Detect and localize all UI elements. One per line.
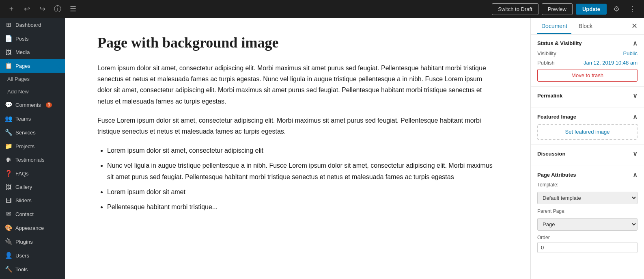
featured-image-header[interactable]: Featured Image ∧ (537, 113, 638, 121)
order-label: Order (537, 235, 638, 240)
list-item[interactable]: Pellentesque habitant morbi tristique... (107, 201, 498, 212)
sidebar-item-tools[interactable]: 🔨 Tools (0, 262, 65, 276)
page-attributes-header[interactable]: Page Attributes ∧ (537, 171, 638, 179)
permalink-section: Permalink ∨ (531, 87, 644, 108)
sidebar-label-services: Services (15, 130, 36, 136)
sidebar-item-projects[interactable]: 📁 Projects (0, 139, 65, 153)
sidebar-item-dashboard[interactable]: ⊞ Dashboard (0, 18, 65, 32)
discussion-header[interactable]: Discussion ∨ (537, 150, 638, 158)
panel-tabs: Document Block ✕ (531, 18, 644, 35)
page-attributes-chevron: ∧ (633, 171, 638, 179)
sidebar: ⊞ Dashboard 📄 Posts 🖼 Media 📋 Pages ◀ Al… (0, 18, 65, 279)
sidebar-item-contact[interactable]: ✉ Contact (0, 207, 65, 221)
sidebar-label-posts: Posts (15, 36, 29, 42)
sidebar-item-sliders[interactable]: 🎞 Sliders (0, 194, 65, 207)
sidebar-item-gallery[interactable]: 🖼 Gallery (0, 180, 65, 194)
paragraph-1[interactable]: Lorem ipsum dolor sit amet, consectetur … (97, 63, 498, 107)
move-to-trash-button[interactable]: Move to trash (537, 69, 638, 82)
paragraph-2[interactable]: Fusce Lorem ipsum dolor sit amet, consec… (97, 115, 498, 137)
sidebar-label-testimonials: Testimonials (15, 157, 45, 163)
template-label: Template: (537, 182, 638, 188)
more-options-button[interactable]: ⋮ (626, 2, 639, 15)
visibility-value[interactable]: Public (623, 50, 638, 56)
pages-arrow: ◀ (56, 63, 60, 69)
sidebar-label-media: Media (15, 49, 30, 55)
order-field: Order (537, 235, 638, 253)
toolbar-right: Switch to Draft Preview Update ⚙ ⋮ (492, 2, 639, 15)
list-view-button[interactable]: ☰ (67, 2, 80, 15)
sidebar-item-all-pages[interactable]: All Pages (0, 73, 65, 85)
sidebar-item-testimonials[interactable]: 🗣 Testimonials (0, 153, 65, 167)
publish-label: Publish (537, 60, 555, 66)
switch-draft-button[interactable]: Switch to Draft (492, 3, 538, 15)
page-title[interactable]: Page with background image (97, 34, 498, 51)
content-list: Lorem ipsum dolor sit amet, consectetur … (97, 145, 498, 212)
page-attributes-label: Page Attributes (537, 172, 576, 178)
sidebar-label-dashboard: Dashboard (15, 22, 41, 28)
sidebar-item-appearance[interactable]: 🎨 Appearance (0, 221, 65, 235)
main-layout: ⊞ Dashboard 📄 Posts 🖼 Media 📋 Pages ◀ Al… (0, 18, 644, 279)
list-item[interactable]: Lorem ipsum dolor sit amet (107, 186, 498, 197)
sidebar-item-settings[interactable]: ⚙ Settings (0, 276, 65, 279)
discussion-label: Discussion (537, 151, 565, 157)
list-item[interactable]: Lorem ipsum dolor sit amet, consectetur … (107, 145, 498, 156)
sidebar-label-gallery: Gallery (15, 184, 32, 190)
info-icon: ⓘ (54, 4, 61, 14)
sidebar-label-contact: Contact (15, 211, 34, 217)
list-item[interactable]: Nunc vel ligula in augue tristique pelle… (107, 160, 498, 182)
permalink-chevron: ∨ (633, 92, 638, 99)
redo-icon: ↪ (39, 4, 45, 13)
order-input[interactable] (537, 242, 638, 253)
featured-image-chevron: ∧ (633, 113, 638, 121)
page-attributes-section: Page Attributes ∧ Template: Default temp… (531, 166, 644, 258)
set-featured-image-button[interactable]: Set featured image (537, 124, 638, 140)
sidebar-label-teams: Teams (15, 116, 31, 122)
editor-content[interactable]: Page with background image Lorem ipsum d… (65, 18, 530, 279)
featured-image-label: Featured Image (537, 114, 576, 120)
undo-icon: ↩ (24, 4, 30, 13)
appearance-icon: 🎨 (5, 224, 12, 231)
sidebar-item-media[interactable]: 🖼 Media (0, 45, 65, 59)
sidebar-item-plugins[interactable]: 🔌 Plugins (0, 235, 65, 249)
toolbar: + ↩ ↪ ⓘ ☰ Switch to Draft Preview Update… (0, 0, 644, 18)
sidebar-label-comments: Comments (15, 102, 41, 108)
permalink-header[interactable]: Permalink ∨ (537, 92, 638, 99)
add-block-button[interactable]: + (5, 2, 18, 15)
tab-document[interactable]: Document (537, 18, 571, 34)
undo-button[interactable]: ↩ (20, 2, 33, 15)
panel-close-button[interactable]: ✕ (631, 18, 638, 34)
page-body: Lorem ipsum dolor sit amet, consectetur … (97, 63, 498, 212)
testimonials-icon: 🗣 (5, 156, 12, 163)
services-icon: 🔧 (5, 129, 12, 136)
featured-image-section: Featured Image ∧ Set featured image (531, 108, 644, 145)
parent-page-field: Parent Page: Page None About Contact (537, 208, 638, 231)
sidebar-item-teams[interactable]: 👥 Teams (0, 112, 65, 125)
sidebar-item-comments[interactable]: 💬 Comments 3 (0, 98, 65, 112)
sidebar-item-posts[interactable]: 📄 Posts (0, 32, 65, 45)
update-button[interactable]: Update (576, 4, 607, 15)
sidebar-item-users[interactable]: 👤 Users (0, 249, 65, 262)
comments-icon: 💬 (5, 101, 12, 108)
parent-page-select[interactable]: Page None About Contact (537, 218, 638, 231)
template-select[interactable]: Default template Full Width Sidebar Left… (537, 192, 638, 204)
status-visibility-label: Status & Visibility (537, 40, 582, 46)
sidebar-item-add-new[interactable]: Add New (0, 85, 65, 98)
more-icon: ⋮ (629, 4, 636, 13)
info-button[interactable]: ⓘ (51, 2, 64, 15)
parent-page-label: Parent Page: (537, 208, 638, 214)
sidebar-item-pages[interactable]: 📋 Pages ◀ (0, 59, 65, 73)
permalink-label: Permalink (537, 93, 562, 99)
publish-value[interactable]: Jan 12, 2019 10:48 am (584, 60, 638, 66)
list-icon: ☰ (70, 4, 76, 13)
sidebar-item-faqs[interactable]: ❓ FAQs (0, 167, 65, 180)
sidebar-label-plugins: Plugins (15, 239, 33, 245)
sidebar-item-services[interactable]: 🔧 Services (0, 125, 65, 139)
sidebar-label-tools: Tools (15, 266, 28, 273)
redo-button[interactable]: ↪ (36, 2, 49, 15)
tab-block[interactable]: Block (575, 18, 597, 34)
visibility-label: Visibility (537, 50, 556, 56)
settings-button[interactable]: ⚙ (610, 2, 623, 15)
preview-button[interactable]: Preview (542, 3, 573, 15)
status-visibility-header[interactable]: Status & Visibility ∧ (537, 39, 638, 47)
sidebar-label-users: Users (15, 253, 29, 259)
